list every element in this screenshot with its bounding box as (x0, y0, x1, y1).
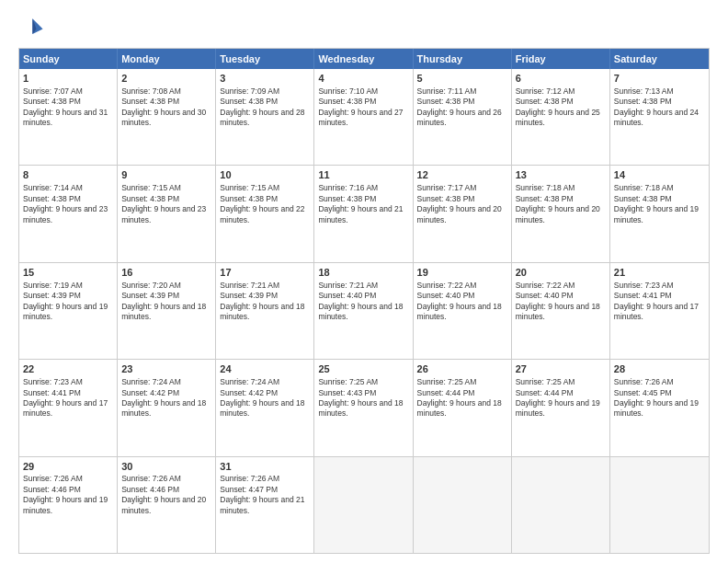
day-number: 14 (614, 168, 705, 182)
sunrise-text: Sunrise: 7:25 AM (417, 377, 477, 386)
header-day-monday: Monday (118, 49, 216, 69)
sunrise-text: Sunrise: 7:15 AM (121, 183, 181, 192)
sunset-text: Sunset: 4:41 PM (614, 291, 672, 300)
daylight-text: Daylight: 9 hours and 23 minutes. (23, 204, 108, 224)
daylight-text: Daylight: 9 hours and 28 minutes. (220, 108, 304, 127)
daylight-text: Daylight: 9 hours and 19 minutes. (23, 302, 108, 321)
sunrise-text: Sunrise: 7:25 AM (318, 377, 378, 386)
sunset-text: Sunset: 4:39 PM (23, 291, 81, 300)
sunset-text: Sunset: 4:38 PM (417, 194, 475, 203)
cal-cell: 18Sunrise: 7:21 AMSunset: 4:40 PMDayligh… (314, 263, 413, 359)
daylight-text: Daylight: 9 hours and 21 minutes. (318, 204, 403, 224)
cal-cell: 25Sunrise: 7:25 AMSunset: 4:43 PMDayligh… (314, 360, 413, 455)
day-number: 19 (417, 266, 507, 280)
daylight-text: Daylight: 9 hours and 25 minutes. (516, 108, 600, 127)
cal-cell: 27Sunrise: 7:25 AMSunset: 4:44 PMDayligh… (512, 360, 610, 455)
sunrise-text: Sunrise: 7:23 AM (614, 281, 674, 290)
sunrise-text: Sunrise: 7:07 AM (23, 86, 83, 96)
sunrise-text: Sunrise: 7:24 AM (121, 377, 181, 386)
logo-icon (18, 15, 44, 40)
sunset-text: Sunset: 4:42 PM (220, 388, 278, 397)
day-number: 28 (614, 362, 705, 376)
cal-cell: 9Sunrise: 7:15 AMSunset: 4:38 PMDaylight… (118, 166, 216, 261)
sunrise-text: Sunrise: 7:22 AM (417, 281, 477, 290)
day-number: 13 (516, 168, 606, 182)
header-day-sunday: Sunday (19, 49, 118, 69)
day-number: 11 (318, 168, 408, 182)
sunset-text: Sunset: 4:38 PM (23, 194, 81, 203)
sunrise-text: Sunrise: 7:18 AM (516, 183, 575, 192)
calendar-row: 22Sunrise: 7:23 AMSunset: 4:41 PMDayligh… (19, 359, 709, 455)
header-day-tuesday: Tuesday (216, 49, 314, 69)
cal-cell: 21Sunrise: 7:23 AMSunset: 4:41 PMDayligh… (610, 263, 709, 359)
cal-cell: 31Sunrise: 7:26 AMSunset: 4:47 PMDayligh… (216, 457, 314, 553)
cal-cell: 4Sunrise: 7:10 AMSunset: 4:38 PMDaylight… (314, 69, 413, 165)
sunrise-text: Sunrise: 7:26 AM (23, 474, 83, 483)
cal-cell: 7Sunrise: 7:13 AMSunset: 4:38 PMDaylight… (610, 69, 709, 165)
day-number: 4 (318, 72, 408, 86)
sunrise-text: Sunrise: 7:25 AM (516, 377, 575, 386)
daylight-text: Daylight: 9 hours and 18 minutes. (417, 398, 502, 418)
daylight-text: Daylight: 9 hours and 27 minutes. (318, 108, 403, 127)
cal-cell: 2Sunrise: 7:08 AMSunset: 4:38 PMDaylight… (118, 69, 216, 165)
day-number: 9 (121, 168, 211, 182)
daylight-text: Daylight: 9 hours and 20 minutes. (516, 204, 600, 224)
day-number: 23 (121, 362, 211, 376)
sunrise-text: Sunrise: 7:13 AM (614, 86, 674, 96)
daylight-text: Daylight: 9 hours and 18 minutes. (220, 302, 304, 321)
daylight-text: Daylight: 9 hours and 20 minutes. (417, 204, 502, 224)
daylight-text: Daylight: 9 hours and 22 minutes. (220, 204, 304, 224)
sunset-text: Sunset: 4:46 PM (23, 485, 81, 494)
calendar-row: 29Sunrise: 7:26 AMSunset: 4:46 PMDayligh… (19, 456, 709, 553)
sunset-text: Sunset: 4:40 PM (417, 291, 475, 300)
sunset-text: Sunset: 4:38 PM (121, 97, 179, 106)
sunset-text: Sunset: 4:38 PM (516, 194, 574, 203)
day-number: 2 (121, 72, 211, 86)
day-number: 16 (121, 266, 211, 280)
header-day-wednesday: Wednesday (314, 49, 413, 69)
cal-cell: 26Sunrise: 7:25 AMSunset: 4:44 PMDayligh… (414, 360, 512, 455)
sunrise-text: Sunrise: 7:24 AM (220, 377, 279, 386)
sunset-text: Sunset: 4:41 PM (23, 388, 81, 397)
calendar: SundayMondayTuesdayWednesdayThursdayFrid… (18, 48, 710, 554)
cal-cell: 1Sunrise: 7:07 AMSunset: 4:38 PMDaylight… (19, 69, 118, 165)
sunrise-text: Sunrise: 7:23 AM (23, 377, 83, 386)
sunset-text: Sunset: 4:44 PM (516, 388, 574, 397)
sunset-text: Sunset: 4:38 PM (121, 194, 179, 203)
cal-cell: 5Sunrise: 7:11 AMSunset: 4:38 PMDaylight… (414, 69, 512, 165)
sunset-text: Sunset: 4:38 PM (318, 97, 376, 106)
calendar-row: 8Sunrise: 7:14 AMSunset: 4:38 PMDaylight… (19, 165, 709, 261)
day-number: 20 (516, 266, 606, 280)
sunrise-text: Sunrise: 7:26 AM (614, 377, 674, 386)
daylight-text: Daylight: 9 hours and 18 minutes. (121, 302, 206, 321)
logo (18, 15, 48, 40)
daylight-text: Daylight: 9 hours and 19 minutes. (614, 398, 699, 418)
calendar-row: 15Sunrise: 7:19 AMSunset: 4:39 PMDayligh… (19, 262, 709, 359)
sunrise-text: Sunrise: 7:20 AM (121, 281, 181, 290)
sunrise-text: Sunrise: 7:14 AM (23, 183, 83, 192)
cal-cell: 8Sunrise: 7:14 AMSunset: 4:38 PMDaylight… (19, 166, 118, 261)
sunrise-text: Sunrise: 7:19 AM (23, 281, 83, 290)
cal-cell (610, 457, 709, 553)
day-number: 15 (23, 266, 113, 280)
cal-cell (314, 457, 413, 553)
sunset-text: Sunset: 4:42 PM (121, 388, 179, 397)
sunset-text: Sunset: 4:43 PM (318, 388, 376, 397)
day-number: 31 (220, 460, 310, 474)
cal-cell: 11Sunrise: 7:16 AMSunset: 4:38 PMDayligh… (314, 166, 413, 261)
daylight-text: Daylight: 9 hours and 19 minutes. (23, 495, 108, 514)
sunset-text: Sunset: 4:46 PM (121, 485, 179, 494)
day-number: 12 (417, 168, 507, 182)
sunrise-text: Sunrise: 7:16 AM (318, 183, 378, 192)
cal-cell: 24Sunrise: 7:24 AMSunset: 4:42 PMDayligh… (216, 360, 314, 455)
cal-cell: 3Sunrise: 7:09 AMSunset: 4:38 PMDaylight… (216, 69, 314, 165)
cal-cell (414, 457, 512, 553)
cal-cell: 30Sunrise: 7:26 AMSunset: 4:46 PMDayligh… (118, 457, 216, 553)
day-number: 26 (417, 362, 507, 376)
daylight-text: Daylight: 9 hours and 18 minutes. (516, 302, 600, 321)
sunset-text: Sunset: 4:38 PM (220, 97, 278, 106)
day-number: 22 (23, 362, 113, 376)
daylight-text: Daylight: 9 hours and 24 minutes. (614, 108, 699, 127)
sunset-text: Sunset: 4:45 PM (614, 388, 672, 397)
daylight-text: Daylight: 9 hours and 18 minutes. (220, 398, 304, 418)
